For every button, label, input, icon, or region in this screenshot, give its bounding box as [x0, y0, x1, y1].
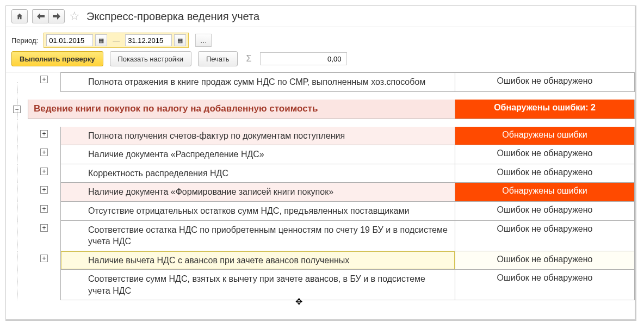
row-status: Ошибок не обнаружено: [455, 164, 635, 183]
tree-row[interactable]: +Наличие документа «Формирование записей…: [6, 183, 635, 202]
tree-gutter: [6, 202, 28, 221]
tree-row[interactable]: Соответствие сумм НДС, взятых к вычету п…: [6, 270, 635, 300]
tree-gutter: [6, 221, 28, 251]
row-description: Соответствие остатка НДС по приобретенны…: [60, 221, 455, 251]
tree-row[interactable]: +Соответствие остатка НДС по приобретенн…: [6, 221, 635, 251]
tree-row[interactable]: +Полнота отражения в книге продаж сумм Н…: [6, 72, 635, 92]
report-tree: +Полнота отражения в книге продаж сумм Н…: [6, 72, 635, 300]
row-status: Ошибок не обнаружено: [455, 145, 635, 164]
row-description: Полнота получения счетов-фактур по докум…: [60, 127, 455, 146]
tree-gutter: [6, 92, 28, 100]
row-status: Обнаружены ошибки: [455, 127, 635, 146]
calendar-icon: ▦: [177, 37, 183, 44]
tree-gutter: +: [28, 221, 60, 251]
expand-icon[interactable]: +: [40, 168, 48, 175]
tree-gutter: +: [28, 183, 60, 202]
row-description: Наличие вычета НДС с авансов при зачете …: [60, 251, 455, 270]
tree-gutter: [6, 183, 28, 202]
tree-gutter: [28, 119, 60, 127]
back-button[interactable]: [32, 9, 48, 23]
period-range: ▦ — ▦: [44, 33, 189, 48]
row-status: [455, 119, 635, 127]
period-dash: —: [109, 36, 123, 45]
run-check-button[interactable]: Выполнить проверку: [11, 51, 103, 66]
print-label: Печать: [206, 55, 230, 63]
tree-row[interactable]: +Наличие вычета НДС с авансов при зачете…: [6, 251, 635, 270]
favorite-star-icon[interactable]: ☆: [69, 10, 80, 22]
row-status: Ошибок не обнаружено: [455, 270, 635, 300]
tree-row[interactable]: +Наличие документа «Распределение НДС»Ош…: [6, 145, 635, 164]
row-description: [60, 92, 455, 100]
tree-row[interactable]: [6, 119, 635, 127]
run-check-label: Выполнить проверку: [20, 55, 95, 63]
tree-gutter: [28, 92, 60, 100]
row-status: Обнаружены ошибки: [455, 183, 635, 202]
home-icon: [16, 13, 23, 20]
row-description: Ведение книги покупок по налогу на добав…: [28, 100, 455, 119]
expand-icon[interactable]: +: [40, 205, 48, 213]
row-status: Ошибок не обнаружено: [455, 72, 635, 92]
row-status: [455, 92, 635, 100]
period-to-input[interactable]: [125, 34, 172, 46]
tree-gutter: +: [28, 72, 60, 92]
period-from-input[interactable]: [46, 34, 93, 46]
tree-row[interactable]: +Корректность распределения НДСОшибок не…: [6, 164, 635, 183]
row-status: Ошибок не обнаружено: [455, 202, 635, 221]
tree-row[interactable]: +Отсутствие отрицательных остатков сумм …: [6, 202, 635, 221]
show-settings-button[interactable]: Показать настройки: [110, 51, 191, 66]
row-description: Соответствие сумм НДС, взятых к вычету п…: [60, 270, 455, 300]
row-description: Отсутствие отрицательных остатков сумм Н…: [60, 202, 455, 221]
tree-section-row[interactable]: −Ведение книги покупок по налогу на доба…: [6, 100, 635, 119]
row-status: Ошибок не обнаружено: [455, 251, 635, 270]
tree-gutter: +: [28, 145, 60, 164]
expand-icon[interactable]: +: [40, 224, 48, 232]
expand-icon[interactable]: +: [40, 130, 48, 138]
arrow-left-icon: [37, 13, 45, 20]
expand-icon[interactable]: +: [40, 76, 48, 83]
ellipsis-icon: …: [200, 36, 207, 45]
expand-icon[interactable]: +: [40, 255, 48, 262]
row-description: Наличие документа «Формирование записей …: [60, 183, 455, 202]
row-description: Корректность распределения НДС: [60, 164, 455, 183]
period-label: Период:: [11, 36, 38, 45]
expand-icon[interactable]: +: [40, 186, 48, 194]
tree-gutter: [6, 145, 28, 164]
tree-gutter: +: [28, 164, 60, 183]
tree-gutter: [6, 164, 28, 183]
sum-input[interactable]: [260, 52, 347, 65]
tree-gutter: −: [6, 100, 28, 119]
tree-gutter: [6, 119, 28, 127]
calendar-to-button[interactable]: ▦: [174, 34, 186, 46]
tree-gutter: +: [28, 127, 60, 146]
collapse-icon[interactable]: −: [13, 106, 21, 113]
print-button[interactable]: Печать: [198, 51, 238, 66]
sigma-icon: Σ: [244, 54, 254, 64]
forward-button[interactable]: [48, 9, 65, 23]
row-description: Полнота отражения в книге продаж сумм НД…: [60, 72, 455, 92]
tree-row[interactable]: [6, 92, 635, 100]
home-button[interactable]: [11, 9, 28, 23]
tree-gutter: [6, 127, 28, 146]
page-title: Экспресс-проверка ведения учета: [84, 10, 259, 23]
tree-gutter: [6, 251, 28, 270]
show-settings-label: Показать настройки: [118, 55, 183, 63]
row-status: Обнаружены ошибки: 2: [455, 100, 635, 119]
tree-gutter: +: [28, 202, 60, 221]
tree-gutter: [6, 270, 28, 300]
tree-row[interactable]: +Полнота получения счетов-фактур по доку…: [6, 127, 635, 146]
tree-gutter: [28, 270, 60, 300]
calendar-from-button[interactable]: ▦: [95, 34, 107, 46]
expand-icon[interactable]: +: [40, 148, 48, 156]
period-more-button[interactable]: …: [195, 34, 212, 47]
arrow-right-icon: [53, 13, 60, 20]
calendar-icon: ▦: [98, 37, 104, 44]
row-description: [60, 119, 455, 127]
tree-gutter: +: [28, 251, 60, 270]
row-description: Наличие документа «Распределение НДС»: [60, 145, 455, 164]
tree-gutter: [6, 72, 28, 92]
row-status: Ошибок не обнаружено: [455, 221, 635, 251]
